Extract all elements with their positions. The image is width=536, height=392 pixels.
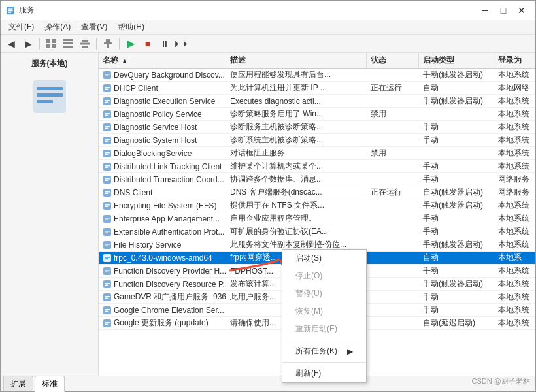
ctx-item: 停止(O) [282,267,366,285]
service-icon [103,293,112,302]
svg-rect-12 [80,42,90,44]
svg-rect-79 [105,322,110,323]
table-row[interactable]: Diagnostic System Host 诊断系统主机被诊断策略... 手动… [99,134,535,147]
view-btn-3[interactable] [77,37,93,51]
cell-name: File History Service [99,239,226,251]
cell-status [367,296,419,299]
svg-rect-50 [105,193,108,194]
cell-name: DevQuery Background Discov... [99,69,226,81]
cell-status [367,100,419,103]
ctx-item[interactable]: 所有任务(K)▶ [282,342,366,360]
table-row[interactable]: DevQuery Background Discov... 使应用程能够发现具有… [99,69,535,82]
cell-desc: 诊断系统主机被诊断策略... [226,133,367,147]
table-row[interactable]: Diagnostic Execution Service Executes di… [99,95,535,108]
cell-name: frpc_0.43.0-windows-amd64 [99,252,226,264]
svg-rect-32 [105,114,108,116]
view-btn-1[interactable] [43,37,59,51]
svg-rect-45 [103,176,111,184]
sidebar: 服务(本地) [1,53,99,376]
table-row[interactable]: Diagnostic Policy Service 诊断策略服务启用了 Win.… [99,108,535,121]
col-header-name[interactable]: 名称 ▲ [99,53,226,68]
service-icon [103,97,112,106]
close-button[interactable]: ✕ [513,4,530,17]
svg-rect-74 [105,297,108,299]
cell-name: Function Discovery Provider H... [99,265,226,277]
watermark: CSDN @厨子老林 [472,376,530,386]
table-row[interactable]: Extensible Authentication Prot... 可扩展的身份… [99,225,535,238]
svg-rect-40 [105,152,110,154]
svg-rect-26 [105,88,108,90]
cell-status [367,270,419,272]
menu-help[interactable]: 帮助(H) [112,20,150,34]
svg-rect-15 [107,44,109,48]
cell-startup: 手动(触发器启动) [419,238,494,252]
cell-login: 本地系统 [494,107,535,121]
tab-expand[interactable]: 扩展 [3,376,33,391]
table-row[interactable]: Diagnostic Service Host 诊断服务主机被诊断策略... 手… [99,121,535,134]
col-header-desc[interactable]: 描述 [226,53,367,68]
cell-status [367,165,419,168]
sidebar-title[interactable]: 服务(本地) [3,56,95,72]
cell-login: 本地系统 [494,146,535,160]
ctx-item[interactable]: 刷新(F) [282,365,366,382]
minimize-button[interactable]: ─ [477,4,494,17]
svg-rect-59 [105,232,108,233]
service-icon [103,253,112,263]
col-header-status[interactable]: 状态 [367,53,419,68]
svg-rect-9 [63,42,73,44]
cell-startup: 自动 [419,81,494,95]
cell-status [367,218,419,220]
svg-rect-58 [105,231,110,232]
svg-rect-28 [105,100,110,101]
menu-view[interactable]: 查看(V) [76,20,112,34]
svg-rect-19 [37,93,63,97]
table-row[interactable]: Distributed Link Tracking Client 维护某个计算机… [99,160,535,173]
menu-file[interactable]: 文件(F) [3,20,39,34]
restart-button[interactable]: ⏵⏵ [174,37,190,51]
svg-rect-36 [103,137,111,144]
stop-button[interactable]: ■ [140,37,156,51]
table-row[interactable]: Enterprise App Management... 启用企业应用程序管理。… [99,212,535,225]
cell-status: 禁用 [367,107,419,121]
pause-button[interactable]: ⏸ [157,37,173,51]
col-header-startup[interactable]: 启动类型 [419,53,494,68]
table-row[interactable]: Encrypting File System (EFS) 提供用于在 NTFS … [99,199,535,212]
back-button[interactable]: ◀ [3,37,19,51]
cell-status [367,126,419,129]
pin-button[interactable] [100,37,116,51]
service-icon [103,110,112,119]
table-row[interactable]: DialogBlockingService 对话框阻止服务 禁用 本地系统 [99,147,535,160]
cell-login: 网络服务 [494,172,535,186]
cell-name: Diagnostic System Host [99,135,226,146]
forward-button[interactable]: ▶ [20,37,36,51]
service-icon [103,214,112,223]
svg-rect-47 [105,180,108,181]
cell-desc: Executes diagnostic acti... [226,95,367,107]
service-icon [103,227,112,237]
tab-standard[interactable]: 标准 [35,376,65,392]
cell-status [367,139,419,142]
svg-rect-80 [105,323,108,325]
table-row[interactable]: DHCP Client 为此计算机注册并更新 IP ... 正在运行 自动 本地… [99,82,535,95]
view-btn-2[interactable] [60,37,76,51]
svg-rect-10 [63,46,73,48]
cell-desc: 诊断服务主机被诊断策略... [226,120,367,134]
table-row[interactable]: DNS Client DNS 客户端服务(dnscac... 正在运行 自动(触… [99,186,535,199]
window-title: 服务 [19,5,477,16]
cell-startup: 手动(触发器启动) [419,199,494,212]
svg-rect-22 [105,74,110,75]
sidebar-icon [3,77,95,120]
service-icon [103,306,112,315]
play-button[interactable]: ▶ [123,37,139,51]
cell-startup: 手动 [419,120,494,134]
menu-action[interactable]: 操作(A) [39,20,76,34]
cell-name: DNS Client [99,187,226,199]
table-row[interactable]: Distributed Transaction Coord... 协调跨多个数据… [99,173,535,186]
col-header-login[interactable]: 登录为 [494,53,535,68]
svg-rect-46 [105,178,110,180]
svg-rect-16 [104,42,112,44]
svg-rect-39 [103,150,111,157]
ctx-item[interactable]: 启动(S) [282,250,366,267]
window-controls: ─ □ ✕ [477,4,530,17]
maximize-button[interactable]: □ [495,4,512,17]
